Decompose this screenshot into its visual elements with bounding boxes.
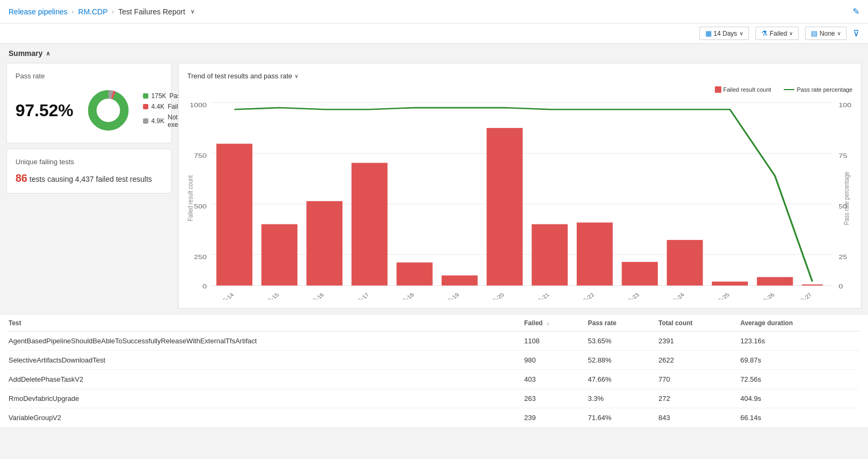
svg-text:2023-05-26: 2023-05-26 bbox=[748, 292, 776, 300]
bar-5 bbox=[442, 276, 478, 286]
donut-chart bbox=[84, 86, 132, 134]
svg-text:2023-05-19: 2023-05-19 bbox=[433, 292, 460, 300]
groupby-icon: ▤ bbox=[811, 29, 817, 37]
bar-1 bbox=[261, 224, 298, 286]
failed-count: 4.4K bbox=[152, 103, 165, 110]
summary-content: Pass rate 97.52% bbox=[0, 63, 868, 315]
bar-13 bbox=[802, 285, 823, 286]
col-failed[interactable]: Failed ↓ bbox=[524, 315, 587, 332]
outcome-label: Failed bbox=[770, 30, 787, 37]
svg-point-4 bbox=[98, 100, 119, 121]
cell-test: SelectiveArtifactsDownloadTest bbox=[9, 351, 524, 370]
table-header-row: Test Failed ↓ Pass rate Total count Aver… bbox=[9, 315, 859, 332]
outcome-chevron-icon: ∨ bbox=[789, 30, 793, 36]
breadcrumb-sep-1: › bbox=[72, 8, 74, 15]
cell-pass-rate: 47.66% bbox=[588, 370, 658, 389]
left-panel: Pass rate 97.52% bbox=[6, 63, 172, 309]
cell-test: VariableGroupV2 bbox=[9, 408, 524, 428]
pass-rate-line-legend-icon bbox=[784, 89, 794, 90]
svg-text:Pass rate percentage: Pass rate percentage bbox=[842, 171, 850, 225]
bar-4 bbox=[396, 262, 433, 285]
test-table-section: Test Failed ↓ Pass rate Total count Aver… bbox=[0, 315, 868, 427]
cell-total: 770 bbox=[658, 370, 740, 389]
chart-title-text: Trend of test results and pass rate bbox=[187, 72, 292, 80]
chart-card: Trend of test results and pass rate ∨ Fa… bbox=[178, 63, 862, 309]
cell-total: 272 bbox=[658, 389, 740, 408]
cell-failed: 263 bbox=[524, 389, 587, 408]
svg-text:25: 25 bbox=[839, 253, 847, 260]
svg-text:2023-05-24: 2023-05-24 bbox=[658, 292, 686, 300]
svg-text:2023-05-18: 2023-05-18 bbox=[388, 292, 416, 300]
breadcrumb-sep-2: › bbox=[112, 8, 114, 15]
bar-8 bbox=[577, 222, 613, 285]
breadcrumb-current: Test Failures Report bbox=[118, 7, 185, 16]
col-total: Total count bbox=[658, 315, 740, 332]
passed-dot bbox=[143, 93, 148, 99]
duration-label: 14 Days bbox=[714, 30, 737, 37]
cell-avg-duration: 72.56s bbox=[740, 370, 859, 389]
legend-failed-bars: Failed result count bbox=[715, 86, 771, 93]
outcome-filter-button[interactable]: ⚗ Failed ∨ bbox=[755, 27, 799, 40]
filter-icon[interactable]: ⊽ bbox=[853, 28, 859, 38]
svg-text:2023-05-17: 2023-05-17 bbox=[343, 292, 371, 300]
cell-failed: 403 bbox=[524, 370, 587, 389]
table-row: AgentBasedPipelineShouldBeAbleToSuccessf… bbox=[9, 332, 859, 351]
bar-10 bbox=[667, 240, 703, 285]
bar-0 bbox=[217, 144, 253, 286]
svg-text:2023-05-14: 2023-05-14 bbox=[208, 292, 235, 300]
col-avg-duration: Average duration bbox=[740, 315, 859, 332]
pass-rate-line-legend-label: Pass rate percentage bbox=[797, 86, 853, 93]
breadcrumb-release-pipelines[interactable]: Release pipelines bbox=[9, 7, 68, 16]
table-row: SelectiveArtifactsDownloadTest 980 52.88… bbox=[9, 351, 859, 370]
cell-test: AddDeletePhaseTaskV2 bbox=[9, 370, 524, 389]
edit-icon[interactable]: ✎ bbox=[853, 6, 859, 17]
svg-text:2023-05-23: 2023-05-23 bbox=[613, 292, 641, 300]
bar-6 bbox=[487, 128, 523, 286]
svg-text:75: 75 bbox=[839, 152, 847, 159]
bar-12 bbox=[757, 277, 793, 286]
duration-filter-button[interactable]: ▦ 14 Days ∨ bbox=[699, 27, 749, 40]
unique-failing-card: Unique failing tests 86tests causing 4,4… bbox=[6, 149, 172, 194]
groupby-label: None bbox=[819, 30, 835, 37]
cell-failed: 1108 bbox=[524, 332, 587, 351]
svg-text:100: 100 bbox=[839, 101, 851, 108]
passed-count: 175K bbox=[152, 92, 166, 100]
summary-header[interactable]: Summary ∧ bbox=[0, 44, 868, 63]
failed-dot bbox=[143, 104, 148, 109]
bar-7 bbox=[532, 224, 568, 286]
svg-text:250: 250 bbox=[194, 253, 207, 260]
pass-rate-title: Pass rate bbox=[15, 72, 163, 80]
bar-11 bbox=[712, 281, 748, 285]
groupby-chevron-icon: ∨ bbox=[837, 30, 841, 36]
breadcrumb-dropdown-icon[interactable]: ∨ bbox=[190, 8, 195, 15]
cell-test: AgentBasedPipelineShouldBeAbleToSuccessf… bbox=[9, 332, 524, 351]
cell-pass-rate: 3.3% bbox=[588, 389, 658, 408]
cell-pass-rate: 52.88% bbox=[588, 351, 658, 370]
test-table: Test Failed ↓ Pass rate Total count Aver… bbox=[9, 315, 859, 427]
top-bar: Release pipelines › RM.CDP › Test Failur… bbox=[0, 0, 868, 23]
groupby-filter-button[interactable]: ▤ None ∨ bbox=[805, 27, 847, 40]
cell-pass-rate: 71.64% bbox=[588, 408, 658, 428]
outcome-icon: ⚗ bbox=[761, 29, 768, 37]
svg-text:2023-05-15: 2023-05-15 bbox=[253, 292, 281, 300]
unique-count: 86 bbox=[15, 172, 27, 184]
calendar-icon: ▦ bbox=[705, 29, 712, 37]
cell-total: 2622 bbox=[658, 351, 740, 370]
breadcrumb: Release pipelines › RM.CDP › Test Failur… bbox=[9, 7, 195, 16]
bar-3 bbox=[352, 163, 388, 286]
not-executed-dot bbox=[143, 118, 148, 124]
svg-text:500: 500 bbox=[194, 203, 207, 210]
not-executed-count: 4.9K bbox=[152, 117, 165, 125]
cell-avg-duration: 66.14s bbox=[740, 408, 859, 428]
cell-avg-duration: 69.87s bbox=[740, 351, 859, 370]
svg-text:2023-05-16: 2023-05-16 bbox=[298, 292, 325, 300]
toolbar: ▦ 14 Days ∨ ⚗ Failed ∨ ▤ None ∨ ⊽ bbox=[0, 23, 868, 44]
pass-rate-content: 97.52% bbox=[15, 86, 163, 134]
breadcrumb-rm-cdp[interactable]: RM.CDP bbox=[78, 7, 108, 16]
cell-total: 2391 bbox=[658, 332, 740, 351]
failed-bar-legend-label: Failed result count bbox=[723, 86, 771, 93]
chart-title-chevron-icon[interactable]: ∨ bbox=[294, 73, 298, 79]
unique-value: 86tests causing 4,437 failed test result… bbox=[15, 172, 163, 184]
col-pass-rate: Pass rate bbox=[588, 315, 658, 332]
svg-text:Failed result count: Failed result count bbox=[187, 175, 195, 221]
